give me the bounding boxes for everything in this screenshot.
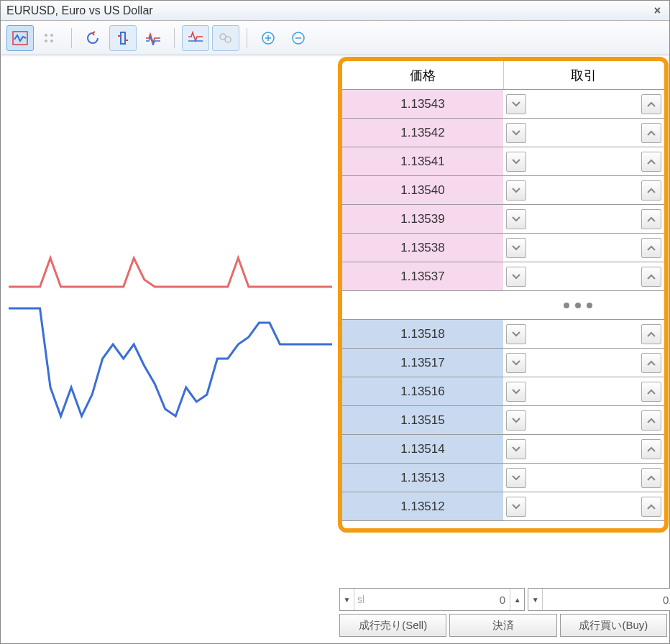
- sell-arrow-button[interactable]: [506, 324, 526, 344]
- sl-label: sl: [354, 594, 364, 605]
- price-cell: 1.13538: [342, 234, 503, 262]
- lots-input[interactable]: [543, 589, 670, 610]
- svg-point-2: [50, 34, 53, 37]
- toolbar: [1, 21, 669, 55]
- sl-input[interactable]: [364, 589, 510, 610]
- buy-arrow-button[interactable]: [641, 439, 661, 459]
- trade-cell: [503, 262, 664, 290]
- trading-window: EURUSD, Euro vs US Dollar ×: [0, 0, 670, 644]
- svg-rect-5: [121, 32, 125, 44]
- sell-arrow-button[interactable]: [506, 468, 526, 488]
- refresh-button[interactable]: [79, 25, 106, 51]
- separator: [71, 28, 72, 48]
- sell-arrow-button[interactable]: [506, 209, 526, 229]
- zoom-out-button[interactable]: [285, 25, 312, 51]
- dot-icon: [575, 303, 581, 308]
- dom-row: 1.13515: [342, 406, 664, 435]
- sell-arrow-button[interactable]: [506, 439, 526, 459]
- price-cell: 1.13537: [342, 262, 503, 290]
- dom-spread-separator: [342, 291, 664, 320]
- pulse-border-button[interactable]: [182, 25, 209, 51]
- sell-arrow-button[interactable]: [506, 123, 526, 143]
- dom-row: 1.13543: [342, 90, 664, 119]
- dom-header: 価格 取引: [342, 61, 664, 90]
- dots-button[interactable]: [37, 25, 64, 51]
- buy-button[interactable]: 成行買い(Buy): [560, 614, 667, 637]
- price-cell: 1.13539: [342, 205, 503, 233]
- dom-row: 1.13516: [342, 377, 664, 406]
- trade-cell: [503, 320, 664, 348]
- price-cell: 1.13516: [342, 377, 503, 405]
- chart-tick-button[interactable]: [6, 25, 34, 51]
- price-cell: 1.13540: [342, 176, 503, 204]
- buy-arrow-button[interactable]: [641, 410, 661, 431]
- sl-spinner[interactable]: ▼ sl ▲: [339, 588, 525, 611]
- trade-cell: [503, 492, 664, 520]
- dot-icon: [587, 303, 592, 308]
- buy-arrow-button[interactable]: [641, 238, 661, 258]
- buy-arrow-button[interactable]: [641, 180, 661, 201]
- buy-arrow-button[interactable]: [641, 353, 661, 373]
- sell-arrow-button[interactable]: [506, 180, 526, 201]
- buy-arrow-button[interactable]: [641, 382, 661, 402]
- sell-arrow-button[interactable]: [506, 267, 526, 287]
- trade-cell: [503, 349, 664, 377]
- sell-arrow-button[interactable]: [506, 353, 526, 373]
- titlebar[interactable]: EURUSD, Euro vs US Dollar ×: [1, 1, 669, 21]
- price-cell: 1.13513: [342, 464, 503, 492]
- increment-button[interactable]: ▲: [510, 589, 524, 610]
- buy-arrow-button[interactable]: [641, 94, 661, 114]
- buy-arrow-button[interactable]: [641, 209, 661, 229]
- buy-arrow-button[interactable]: [641, 267, 661, 287]
- buy-arrow-button[interactable]: [641, 152, 661, 172]
- trade-cell: [503, 205, 664, 233]
- close-button[interactable]: 決済: [449, 614, 556, 637]
- sell-arrow-button[interactable]: [506, 410, 526, 431]
- buy-arrow-button[interactable]: [641, 324, 661, 344]
- sell-arrow-button[interactable]: [506, 497, 526, 517]
- trade-cell: [503, 147, 664, 175]
- trade-cell: [503, 90, 664, 118]
- dom-row: 1.13542: [342, 119, 664, 147]
- price-cell: 1.13518: [342, 320, 503, 348]
- buy-arrow-button[interactable]: [641, 123, 661, 143]
- close-icon[interactable]: ×: [651, 4, 664, 17]
- svg-point-1: [45, 34, 47, 37]
- lots-spinner[interactable]: ▼ ▲: [528, 588, 670, 611]
- price-cell: 1.13542: [342, 119, 503, 147]
- pulse-blue-button[interactable]: [139, 25, 167, 51]
- sell-arrow-button[interactable]: [506, 238, 526, 258]
- dom-row: 1.13512: [342, 492, 664, 521]
- sell-arrow-button[interactable]: [506, 94, 526, 114]
- svg-point-3: [45, 40, 47, 42]
- dom-row: 1.13518: [342, 320, 664, 349]
- sell-button[interactable]: 成行売り(Sell): [339, 614, 446, 637]
- bars-button[interactable]: [109, 25, 137, 51]
- decrement-button[interactable]: ▼: [340, 589, 354, 610]
- zoom-in-button[interactable]: [254, 25, 282, 51]
- dom-row: 1.13539: [342, 205, 664, 234]
- buy-arrow-button[interactable]: [641, 468, 661, 488]
- trade-cell: [503, 406, 664, 434]
- dom-row: 1.13538: [342, 234, 664, 262]
- price-cell: 1.13543: [342, 90, 503, 118]
- decrement-button[interactable]: ▼: [528, 589, 543, 610]
- sell-arrow-button[interactable]: [506, 152, 526, 172]
- trade-cell: [503, 119, 664, 147]
- sell-arrow-button[interactable]: [506, 382, 526, 402]
- dom-row: 1.13517: [342, 349, 664, 377]
- separator: [174, 28, 175, 48]
- price-cell: 1.13517: [342, 349, 503, 377]
- tick-chart: [1, 57, 332, 560]
- price-header: 価格: [342, 61, 504, 89]
- order-controls: ▼ sl ▲ ▼ ▲ ▼ tp ▲ 成行売り(Sell): [338, 586, 669, 643]
- trade-cell: [503, 377, 664, 405]
- buy-arrow-button[interactable]: [641, 497, 661, 517]
- price-cell: 1.13514: [342, 435, 503, 463]
- window-title: EURUSD, Euro vs US Dollar: [6, 4, 153, 17]
- circles-button[interactable]: [212, 25, 239, 51]
- trade-cell: [503, 464, 664, 492]
- dom-row: 1.13514: [342, 435, 664, 464]
- price-cell: 1.13541: [342, 147, 503, 175]
- trade-header: 取引: [504, 61, 665, 89]
